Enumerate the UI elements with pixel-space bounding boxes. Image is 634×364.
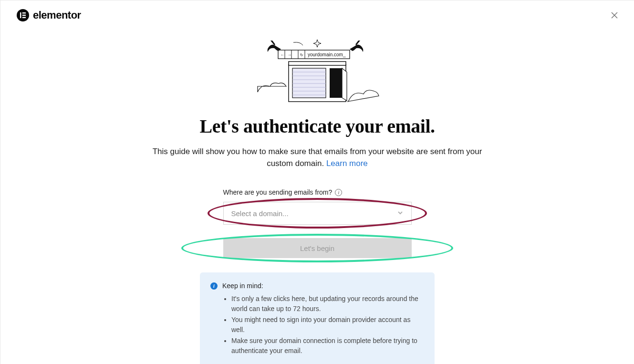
svg-text:↻: ↻ bbox=[300, 53, 303, 57]
brand-logo: elementor bbox=[17, 9, 81, 21]
svg-rect-3 bbox=[22, 17, 26, 18]
svg-text:→: → bbox=[287, 52, 291, 57]
svg-marker-17 bbox=[342, 68, 347, 101]
note-item: It's only a few clicks here, but updatin… bbox=[231, 294, 424, 314]
begin-button-wrap: Let's begin bbox=[223, 238, 412, 258]
lets-begin-button[interactable]: Let's begin bbox=[223, 238, 412, 258]
svg-rect-16 bbox=[330, 68, 342, 98]
field-label-row: Where are you sending emails from? i bbox=[223, 188, 343, 196]
illustration-banner-text: yourdomain.com_ bbox=[308, 52, 346, 57]
keep-in-mind-note: i Keep in mind: It's only a few clicks h… bbox=[200, 272, 435, 364]
svg-text:←: ← bbox=[281, 52, 285, 57]
note-info-icon: i bbox=[210, 282, 218, 290]
domain-select-placeholder: Select a domain... bbox=[231, 209, 289, 218]
note-list: It's only a few clicks here, but updatin… bbox=[210, 294, 424, 356]
subtitle-text: This guide will show you how to make sur… bbox=[153, 147, 482, 168]
domain-field-label: Where are you sending emails from? bbox=[223, 188, 333, 196]
svg-rect-1 bbox=[22, 12, 26, 13]
note-heading-row: i Keep in mind: bbox=[210, 281, 424, 291]
brand-name: elementor bbox=[33, 9, 81, 21]
svg-rect-0 bbox=[20, 12, 21, 18]
note-heading: Keep in mind: bbox=[222, 281, 263, 291]
main-content: ← → ↻ yourdomain.com_ Let's authenticate… bbox=[0, 21, 634, 364]
domain-select[interactable]: Select a domain... bbox=[223, 202, 412, 225]
modal-header: elementor bbox=[0, 0, 634, 21]
domain-select-wrap: Select a domain... bbox=[223, 202, 412, 225]
elementor-logo-icon bbox=[17, 9, 29, 21]
close-button[interactable] bbox=[609, 10, 620, 21]
svg-rect-8 bbox=[292, 68, 326, 98]
svg-rect-7 bbox=[289, 62, 346, 65]
close-icon bbox=[611, 12, 618, 19]
svg-rect-2 bbox=[22, 15, 26, 16]
info-icon[interactable]: i bbox=[335, 189, 342, 196]
learn-more-link[interactable]: Learn more bbox=[326, 159, 368, 168]
note-item: You might need to sign into your domain … bbox=[231, 315, 424, 335]
form-area: Where are you sending emails from? i Sel… bbox=[223, 188, 412, 272]
page-subtitle: This guide will show you how to make sur… bbox=[146, 146, 489, 169]
chevron-down-icon bbox=[397, 209, 404, 218]
hero-illustration: ← → ↻ yourdomain.com_ bbox=[255, 35, 379, 106]
page-title: Let's authenticate your email. bbox=[199, 115, 435, 137]
note-item: Make sure your domain connection is comp… bbox=[231, 336, 424, 356]
